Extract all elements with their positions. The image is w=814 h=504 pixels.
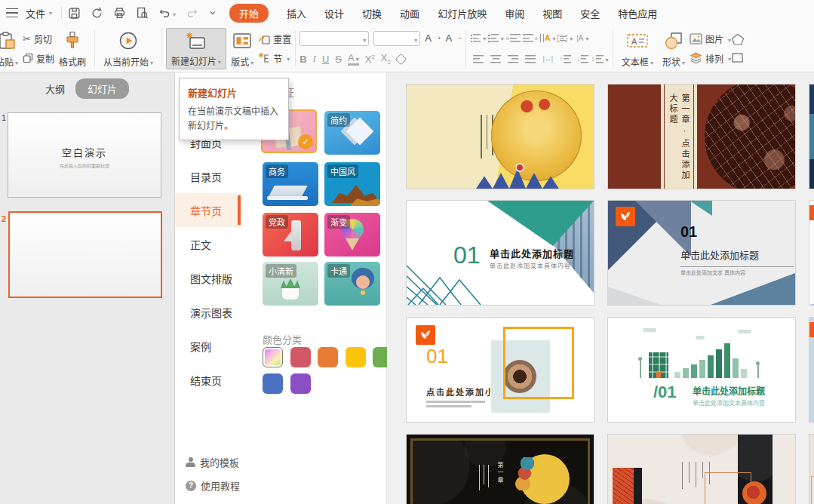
line-spacing-button[interactable]: ↕: [591, 51, 609, 67]
italic-button[interactable]: I: [313, 53, 316, 65]
style-tile-party[interactable]: 党政: [263, 213, 318, 257]
template-preview-dragon[interactable]: 壹: [406, 84, 594, 189]
tab-design[interactable]: 设计: [324, 6, 344, 20]
tutorial-link[interactable]: 使用教程: [186, 478, 240, 493]
shape-outline-button[interactable]: [731, 50, 745, 66]
numbered-list-button[interactable]: [487, 30, 505, 47]
align-right-button[interactable]: [505, 51, 522, 67]
style-tile-cartoon[interactable]: 卡通: [324, 262, 380, 306]
strikethrough-button[interactable]: S: [335, 54, 342, 65]
style-tile-simple[interactable]: 简约: [324, 111, 380, 155]
template-preview-partial-4[interactable]: [809, 434, 814, 504]
customize-toolbar-icon[interactable]: [208, 8, 217, 17]
align-left-button[interactable]: [470, 51, 487, 67]
print-icon[interactable]: [113, 7, 126, 20]
align-center-button[interactable]: [487, 51, 505, 67]
style-tile-fresh[interactable]: 小清新: [263, 262, 318, 306]
tab-transition[interactable]: 切换: [362, 6, 382, 20]
play-from-current-button[interactable]: 从当前开始: [99, 28, 158, 69]
category-toc[interactable]: 目录页: [175, 159, 241, 193]
textbox-button[interactable]: A 文本框: [617, 28, 658, 69]
arrange-button[interactable]: 排列: [690, 50, 731, 66]
style-tile-chinese[interactable]: 中国风: [324, 162, 380, 206]
template-preview-partial-2[interactable]: [809, 200, 814, 306]
font-size-select[interactable]: [373, 31, 420, 46]
category-charts[interactable]: 演示图表: [175, 295, 241, 329]
category-end-page[interactable]: 结束页: [175, 363, 241, 397]
template-preview-partial-1[interactable]: [809, 84, 814, 189]
redo-button[interactable]: [186, 7, 198, 20]
category-body[interactable]: 正文: [175, 227, 241, 261]
tab-slides[interactable]: 幻灯片: [75, 78, 129, 99]
template-preview-maroon-chapter[interactable]: 第一章 · 点击添加大标题: [607, 84, 796, 189]
swatch-red[interactable]: [290, 347, 311, 367]
char-spacing-button[interactable]: |A: [574, 30, 591, 47]
decrease-indent-button[interactable]: «: [505, 30, 522, 47]
reset-button[interactable]: 重置: [258, 31, 291, 48]
text-placeholder-button[interactable]: [557, 30, 574, 47]
subscript-button[interactable]: X2: [381, 52, 391, 66]
swatch-yellow[interactable]: [346, 347, 366, 367]
style-tile-gradient[interactable]: 渐变: [324, 213, 380, 257]
decrease-line-spacing-button[interactable]: ↓: [574, 51, 591, 67]
tab-home[interactable]: 开始: [229, 4, 269, 23]
template-preview-black-phoenix[interactable]: 第一章: [406, 434, 594, 504]
template-preview-partial-3[interactable]: [809, 317, 814, 423]
template-preview-beige-bird[interactable]: [607, 434, 796, 504]
tab-security[interactable]: 安全: [580, 6, 600, 20]
shape-fill-button[interactable]: [731, 31, 745, 48]
superscript-button[interactable]: X2: [365, 54, 375, 65]
my-templates-link[interactable]: 我的模板: [186, 455, 239, 469]
tab-animation[interactable]: 动画: [400, 6, 419, 20]
template-preview-coffee-01[interactable]: 01 点击此处添加小标题: [406, 317, 594, 423]
decrease-font-button[interactable]: A−: [446, 32, 462, 44]
section-button[interactable]: 节: [258, 50, 291, 66]
underline-button[interactable]: U: [322, 54, 329, 65]
slide-2-thumbnail-selected[interactable]: [8, 211, 162, 298]
increase-line-spacing-button[interactable]: ↑: [557, 51, 574, 67]
text-direction-button[interactable]: A: [539, 30, 557, 47]
increase-indent-button[interactable]: »: [522, 30, 539, 47]
hamburger-menu-icon[interactable]: [6, 8, 18, 17]
tab-insert[interactable]: 插入: [287, 6, 306, 20]
tab-view[interactable]: 视图: [542, 6, 562, 20]
format-painter-button[interactable]: 格式刷: [54, 28, 91, 69]
tab-outline[interactable]: 大纲: [45, 81, 65, 96]
file-menu[interactable]: 文件: [23, 6, 55, 20]
template-preview-green-chart[interactable]: /01 单击此处添加标题 单击此处添加文本具体内容: [607, 317, 796, 423]
print-preview-icon[interactable]: [136, 7, 149, 20]
swatch-orange[interactable]: [318, 347, 338, 367]
copy-button[interactable]: 复制: [23, 50, 54, 66]
tab-slideshow[interactable]: 幻灯片放映: [438, 6, 487, 20]
template-preview-area: 壹 第一章 · 点击添加大标题 01 单击此处添加标题 单击此处添加文本具: [387, 72, 814, 504]
increase-font-button[interactable]: A+: [425, 32, 441, 44]
swatch-purple[interactable]: [290, 373, 311, 394]
swatch-rainbow-selected[interactable]: [263, 347, 283, 367]
style-tile-business[interactable]: 商务: [263, 162, 318, 206]
font-name-select[interactable]: [299, 31, 369, 46]
bullet-list-button[interactable]: [470, 30, 487, 47]
paste-button[interactable]: 粘贴: [0, 28, 23, 69]
undo-button[interactable]: [158, 7, 176, 20]
tab-review[interactable]: 审阅: [505, 6, 524, 20]
new-slide-button[interactable]: 新建幻灯片: [166, 28, 226, 69]
justify-button[interactable]: [522, 51, 539, 67]
template-preview-gray-01[interactable]: 01 单击此处添加标题 单击此处添加文本 具体内容: [607, 200, 796, 306]
picture-button[interactable]: 图片: [690, 31, 731, 48]
category-image-text[interactable]: 图文排版: [175, 261, 241, 295]
bold-button[interactable]: B: [299, 54, 306, 65]
category-cases[interactable]: 案例: [175, 329, 241, 363]
category-section-page[interactable]: 章节页: [175, 193, 241, 227]
output-icon[interactable]: [91, 7, 103, 20]
shapes-button[interactable]: 形状: [658, 28, 690, 69]
slide-1-thumbnail[interactable]: 空白演示 在此输入您的封面副标题: [8, 112, 161, 198]
cut-button[interactable]: ✂剪切: [23, 31, 54, 48]
tab-special-apps[interactable]: 特色应用: [618, 6, 657, 20]
template-preview-teal-01[interactable]: 01 单击此处添加标题 单击此处添加文本具体内容: [406, 200, 594, 306]
slide-layout-button[interactable]: 版式: [226, 28, 258, 69]
swatch-blue[interactable]: [263, 373, 283, 394]
font-color-button[interactable]: A: [348, 52, 359, 66]
save-icon[interactable]: [68, 7, 81, 20]
distribute-button[interactable]: |↔|: [539, 51, 557, 67]
clear-format-icon[interactable]: [395, 53, 407, 65]
